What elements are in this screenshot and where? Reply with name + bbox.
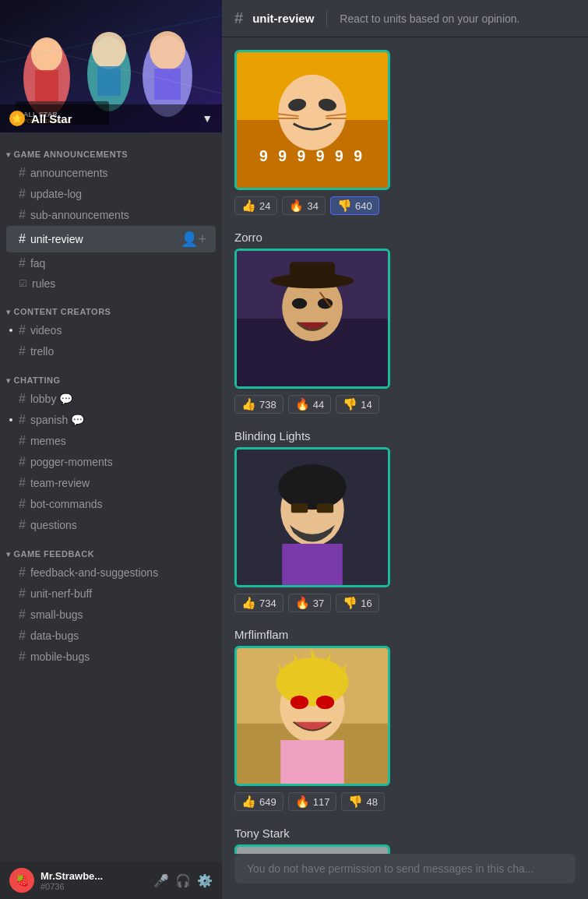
reaction-thumbsup[interactable]: 👍 734 (234, 594, 283, 612)
reaction-thumbsdown[interactable]: 👎 14 (336, 395, 379, 414)
channel-item-team-review[interactable]: # team-review (6, 473, 216, 493)
svg-point-53 (290, 696, 308, 709)
header-description: React to units based on your opinion. (340, 12, 519, 25)
svg-rect-56 (237, 847, 388, 854)
reaction-thumbsup[interactable]: 👍 649 (234, 792, 283, 811)
category-header-game-announcements[interactable]: ▾ GAME ANNOUNCEMENTS (0, 139, 222, 162)
svg-rect-55 (280, 740, 343, 784)
svg-point-17 (278, 75, 346, 150)
reactions-mrflimflam: 👍 649 🔥 117 👎 48 (234, 792, 576, 811)
svg-text:9: 9 (278, 147, 287, 164)
channel-item-lobby[interactable]: # lobby 💬 (6, 389, 216, 409)
channel-item-spanish[interactable]: # spanish 💬 (6, 410, 216, 430)
channel-item-unit-nerf-buff[interactable]: # unit-nerf-buff (6, 583, 216, 604)
header-hash-icon: # (234, 9, 243, 27)
channel-item-rules[interactable]: ☑ rules (6, 274, 216, 293)
deafen-icon[interactable]: 🎧 (175, 873, 191, 888)
header-divider (326, 11, 327, 26)
user-discriminator: #0736 (40, 882, 147, 891)
category-arrow-icon: ▾ (6, 550, 11, 559)
reaction-thumbsup[interactable]: 👍 24 (234, 196, 277, 215)
hash-icon: # (19, 344, 26, 358)
reaction-thumbsdown[interactable]: 👎 16 (336, 594, 379, 612)
server-icon: ⭐ (9, 111, 25, 126)
unit-section-zorro: Zorro (234, 231, 576, 414)
svg-rect-3 (35, 70, 58, 101)
add-member-icon[interactable]: 👤+ (178, 229, 209, 249)
hash-icon: # (19, 455, 26, 469)
svg-point-54 (316, 696, 334, 709)
category-header-chatting[interactable]: ▾ CHATTING (0, 365, 222, 388)
channel-item-announcements[interactable]: # announcements (6, 163, 216, 183)
hash-icon: # (19, 476, 26, 490)
user-bar: 🍓 Mr.Strawbe... #0736 🎤 🎧 ⚙️ (0, 862, 222, 899)
hash-icon: # (19, 629, 26, 643)
svg-point-35 (292, 298, 307, 309)
svg-point-5 (92, 32, 126, 69)
reaction-fire[interactable]: 🔥 37 (288, 594, 331, 612)
hash-icon: # (19, 413, 26, 427)
reactions-blinding-lights: 👍 734 🔥 37 👎 16 (234, 594, 576, 612)
hash-icon: # (19, 497, 26, 511)
svg-rect-9 (154, 69, 181, 100)
unit-section-mrflimflam: Mrflimflam (234, 628, 576, 811)
main-content: # unit-review React to units based on yo… (222, 0, 588, 899)
hash-icon: # (19, 566, 26, 580)
svg-point-40 (278, 464, 346, 509)
channel-item-mobile-bugs[interactable]: # mobile-bugs (6, 647, 216, 667)
svg-text:9: 9 (335, 147, 343, 164)
sidebar: ALL STAR POWER DEFENSE ⭐ All Star ▼ ▾ GA… (0, 0, 222, 899)
channel-item-unit-review[interactable]: # unit-review 👤+ (6, 226, 216, 252)
reaction-fire[interactable]: 🔥 44 (288, 395, 331, 414)
server-chevron-icon: ▼ (202, 112, 213, 125)
user-info: Mr.Strawbe... #0736 (40, 870, 147, 891)
messages-area[interactable]: 9 9 9 9 9 9 👍 24 🔥 34 (222, 37, 588, 854)
mute-icon[interactable]: 🎤 (153, 873, 169, 888)
hash-icon: # (19, 650, 26, 664)
svg-rect-43 (282, 544, 343, 585)
header-channel-name: unit-review (252, 12, 314, 25)
svg-text:9: 9 (354, 147, 362, 164)
reactions-zorro: 👍 738 🔥 44 👎 14 (234, 395, 576, 414)
channel-item-update-log[interactable]: # update-log (6, 184, 216, 204)
reaction-fire[interactable]: 🔥 117 (288, 792, 337, 811)
reaction-thumbsdown[interactable]: 👎 640 (330, 196, 379, 215)
channel-item-pogger-moments[interactable]: # pogger-moments (6, 452, 216, 472)
category-header-content-creators[interactable]: ▾ CONTENT CREATORS (0, 296, 222, 319)
unread-indicator (9, 329, 12, 332)
svg-text:9: 9 (298, 147, 306, 164)
unit-title-tony-stark: Tony Stark (234, 827, 576, 840)
channel-item-trello[interactable]: # trello (6, 341, 216, 361)
category-arrow-icon: ▾ (6, 308, 11, 316)
reaction-thumbsdown[interactable]: 👎 48 (341, 792, 384, 811)
channel-item-small-bugs[interactable]: # small-bugs (6, 605, 216, 625)
svg-text:9: 9 (259, 147, 268, 164)
reaction-thumbsup[interactable]: 👍 738 (234, 395, 283, 414)
channel-item-faq[interactable]: # faq (6, 253, 216, 273)
unit-section-tony-stark: Tony Stark (234, 827, 576, 854)
channel-item-sub-announcements[interactable]: # sub-announcements (6, 205, 216, 225)
category-arrow-icon: ▾ (6, 376, 11, 385)
channel-item-memes[interactable]: # memes (6, 431, 216, 451)
svg-rect-42 (317, 504, 333, 513)
category-arrow-icon: ▾ (6, 150, 11, 159)
avatar: 🍓 (9, 868, 34, 893)
reaction-fire[interactable]: 🔥 34 (282, 196, 325, 215)
unit-image-1: 9 9 9 9 9 9 (234, 50, 390, 190)
unit-section-blinding-lights: Blinding Lights (234, 429, 576, 612)
channel-item-questions[interactable]: # questions (6, 515, 216, 535)
channel-item-videos[interactable]: # videos (6, 320, 216, 340)
hash-icon: # (19, 256, 26, 270)
server-banner[interactable]: ALL STAR POWER DEFENSE ⭐ All Star ▼ (0, 0, 222, 132)
unread-indicator (9, 418, 12, 421)
channel-item-data-bugs[interactable]: # data-bugs (6, 626, 216, 646)
category-game-announcements: ▾ GAME ANNOUNCEMENTS # announcements # u… (0, 139, 222, 293)
message-input-area: You do not have permission to send messa… (222, 854, 588, 899)
category-content-creators: ▾ CONTENT CREATORS # videos # trello (0, 296, 222, 361)
channel-item-bot-commands[interactable]: # bot-commands (6, 494, 216, 514)
channel-item-feedback-and-suggestions[interactable]: # feedback-and-suggestions (6, 562, 216, 583)
category-header-game-feedback[interactable]: ▾ GAME FEEDBACK (0, 538, 222, 562)
hash-icon: # (19, 166, 26, 180)
svg-rect-34 (290, 262, 335, 284)
settings-icon[interactable]: ⚙️ (197, 873, 213, 888)
